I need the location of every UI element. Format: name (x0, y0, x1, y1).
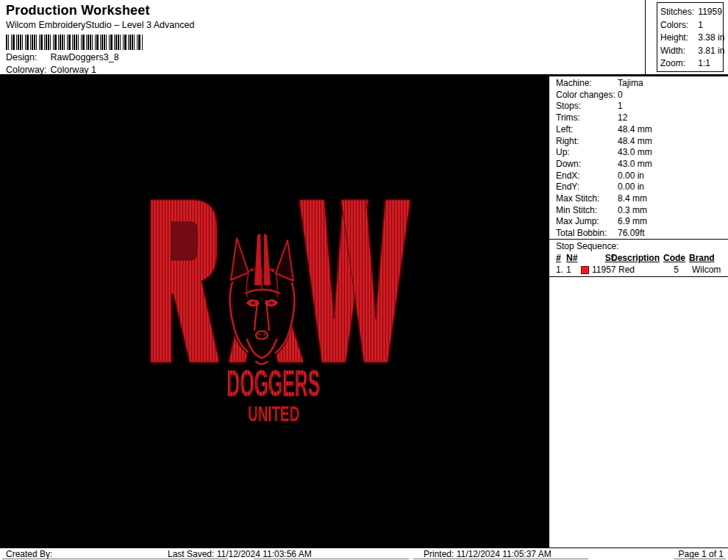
stat-label: Width: (660, 45, 696, 58)
info-value: 43.0 mm (618, 147, 652, 157)
embroidery-design-graphic: DOGGERS UNITED (0, 76, 549, 548)
info-row-max-stitch: Max Stitch:8.4 mm (549, 193, 728, 205)
stop-sequence-header-row: # N# St. Description Code Brand (549, 253, 728, 264)
footer-rule (254, 559, 409, 559)
info-label: Max Jump: (556, 216, 618, 228)
thread-color-swatch (581, 266, 589, 274)
info-value: 0.00 in (618, 170, 644, 181)
design-preview-canvas: DOGGERS UNITED (0, 76, 549, 548)
footer-rule (674, 559, 726, 559)
united-text: UNITED (248, 401, 299, 426)
column-header-brand: Brand (689, 253, 715, 263)
info-label: Stops: (556, 101, 618, 112)
column-header-num: # (556, 253, 561, 263)
info-value: 0 (618, 90, 623, 100)
info-value: 48.4 mm (618, 124, 652, 134)
dog-nose (256, 331, 268, 340)
info-label: Machine: (556, 78, 618, 90)
column-header-description: Description (611, 253, 660, 263)
stat-value: 1 (698, 20, 703, 30)
stat-value: 3.81 in (698, 46, 724, 56)
info-label: Down: (556, 159, 618, 170)
machine-info-panel: Machine:Tajima Color changes:0 Stops:1 T… (549, 76, 728, 548)
info-label: Total Bobbin: (556, 228, 618, 240)
dog-nostril-right (263, 334, 265, 335)
colorway-label: Colorway: (6, 65, 48, 75)
last-saved-text: Last Saved: 11/12/2024 11:03:56 AM (168, 549, 312, 559)
stat-label: Stitches: (660, 6, 696, 19)
info-label: Max Stitch: (556, 193, 618, 205)
colorway-row: Colorway: Colorway 1 (6, 65, 96, 75)
info-value: 0.3 mm (618, 205, 647, 215)
column-header-code: Code (663, 253, 685, 263)
info-value: 43.0 mm (618, 159, 652, 169)
stat-label: Zoom: (660, 57, 696, 71)
info-label: Min Stitch: (556, 205, 618, 217)
design-label: Design: (6, 52, 48, 62)
column-header-needle: N# (566, 253, 577, 263)
info-row-trims: Trims:12 (549, 112, 728, 124)
a-apex-spike-right (264, 234, 271, 285)
stop-sequence-row: 1. 1 11957 Red 5 Wilcom (549, 265, 728, 276)
dog-left-ear (231, 238, 249, 280)
info-value: 12 (618, 112, 627, 123)
info-row-down: Down:43.0 mm (549, 159, 728, 170)
info-row-endy: EndY:0.00 in (549, 182, 728, 193)
header-divider-line (645, 0, 646, 74)
footer-rule (413, 559, 588, 559)
design-barcode (6, 35, 143, 50)
footer-rule (2, 559, 228, 559)
thread-description: Red (618, 265, 635, 275)
info-row-machine: Machine:Tajima (549, 78, 728, 90)
info-row-right: Right:48.4 mm (549, 136, 728, 148)
design-value: RawDoggers3_8 (50, 52, 118, 62)
info-row-min-stitch: Min Stitch:0.3 mm (549, 205, 728, 217)
a-apex-spike-left (254, 234, 262, 285)
info-row-left: Left:48.4 mm (549, 124, 728, 136)
info-label: Right: (556, 136, 618, 148)
stitch-count: 11957 (592, 265, 615, 275)
panel-divider-bottom (549, 276, 728, 277)
production-worksheet-page: Production Worksheet Wilcom EmbroiderySt… (0, 0, 728, 560)
stat-value: 3.38 in (698, 32, 724, 43)
info-value: 6.9 mm (618, 216, 647, 226)
info-row-max-jump: Max Jump:6.9 mm (549, 216, 728, 228)
info-row-color-changes: Color changes:0 (549, 90, 728, 101)
info-label: Color changes: (556, 90, 618, 101)
app-subtitle: Wilcom EmbroideryStudio – Level 3 Advanc… (6, 20, 194, 30)
stat-value: 11959 (698, 7, 721, 17)
created-by-label: Created By: (6, 549, 52, 559)
info-label: Up: (556, 147, 618, 159)
info-row-up: Up:43.0 mm (549, 147, 728, 159)
stop-sequence-title: Stop Sequence: (556, 241, 618, 251)
stat-row-stitches: Stitches: 11959 (660, 6, 723, 19)
info-value: 48.4 mm (618, 136, 652, 146)
stat-row-height: Height: 3.38 in (660, 32, 723, 45)
info-row-endx: EndX:0.00 in (549, 170, 728, 182)
footer-bar: Created By: Last Saved: 11/12/2024 11:03… (0, 548, 728, 560)
colorway-value: Colorway 1 (50, 65, 96, 75)
printed-text: Printed: 11/12/2024 11:05:37 AM (424, 549, 552, 559)
info-value: 1 (618, 101, 623, 111)
dog-right-ear (276, 240, 293, 281)
panel-divider (549, 239, 728, 240)
info-label: Left: (556, 124, 618, 136)
stat-label: Height: (660, 32, 696, 45)
info-label: Trims: (556, 112, 618, 124)
info-row-total-bobbin: Total Bobbin:76.09ft (549, 228, 728, 240)
thread-brand: Wilcom (692, 265, 721, 275)
info-row-stops: Stops:1 (549, 101, 728, 112)
stat-value: 1:1 (698, 58, 710, 68)
info-value: 0.00 in (618, 182, 644, 192)
stat-row-width: Width: 3.81 in (660, 45, 723, 58)
info-value: 76.09ft (618, 228, 645, 238)
dog-right-pupil (270, 301, 273, 304)
thread-code: 5 (663, 265, 679, 275)
design-stats-box: Stitches: 11959 Colors: 1 Height: 3.38 i… (657, 2, 724, 72)
stat-row-zoom: Zoom: 1:1 (660, 57, 723, 71)
dog-left-pupil (251, 301, 254, 304)
stat-row-colors: Colors: 1 (660, 19, 723, 32)
info-label: EndX: (556, 170, 618, 182)
info-label: EndY: (556, 182, 618, 193)
page-title: Production Worksheet (6, 3, 150, 18)
